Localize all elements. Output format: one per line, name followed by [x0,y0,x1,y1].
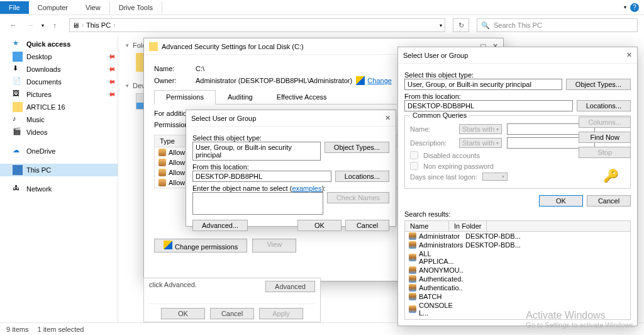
result-row[interactable]: Authenticatio... [405,283,630,292]
object-name-label: Enter the object name to select (example… [192,185,389,192]
object-types-button[interactable]: Object Types... [566,79,631,90]
result-row[interactable]: CONSOLE L... [405,301,630,317]
sidebar-thispc[interactable]: This PC [0,164,118,176]
col-name[interactable]: Name [405,221,449,231]
sidebar-pictures[interactable]: 🖼Pictures📌 [0,88,118,101]
search-input[interactable]: 🔍 Search This PC [477,18,638,32]
titlebar[interactable]: Select User or Group ✕ [186,110,396,127]
status-items: 9 items [6,326,28,333]
tab-auditing[interactable]: Auditing [216,90,265,104]
history-dropdown[interactable]: ▾ [42,23,44,28]
refresh-button[interactable]: ↻ [453,18,469,32]
days-combo: ▾ [482,173,508,181]
stop-button: Stop [579,147,631,158]
help-icon[interactable]: ? [630,3,639,12]
result-name: CONSOLE L... [419,302,463,317]
chevron-right-icon: › [113,22,115,28]
tab-effective-access[interactable]: Effective Access [265,90,339,104]
network-icon: 🖧 [13,184,23,194]
change-link[interactable]: Change [367,77,392,84]
row-type: Allow [169,169,185,176]
advanced-button[interactable]: Advanced [265,281,315,292]
result-name: ANONYMOU... [419,266,463,274]
sidebar-music[interactable]: ♪Music [0,113,118,126]
sidebar: ★Quick access Desktop📌 ⬇Downloads📌 📄Docu… [0,35,118,322]
ribbon-tab-computer[interactable]: Computer [29,1,77,14]
object-type-label: Select this object type: [192,134,389,142]
principal-icon [409,284,416,292]
principal-icon [409,254,416,261]
find-now-button[interactable]: Find Now [579,132,631,143]
search-results-label: Search results: [404,210,631,218]
ribbon-expand-icon[interactable]: ▾ [624,4,626,10]
row-type: Allow [169,179,185,186]
ok-button[interactable]: OK [161,308,205,319]
shield-icon [356,76,365,85]
result-row[interactable]: ALL APPLICA... [405,249,630,266]
chevron-right-icon: › [82,22,84,28]
object-name-input[interactable] [192,192,323,215]
pin-icon: 📌 [107,77,116,87]
object-types-button[interactable]: Object Types... [325,142,389,153]
sidebar-label: Music [26,116,45,123]
sidebar-network[interactable]: 🖧Network [0,183,118,195]
result-row[interactable]: CREATOR G... [405,317,630,320]
locations-button[interactable]: Locations... [577,100,631,111]
cancel-button[interactable]: Cancel [210,308,254,319]
videos-icon: 🎬 [13,127,23,137]
close-icon[interactable]: ✕ [626,51,632,59]
sidebar-documents[interactable]: 📄Documents📌 [0,76,118,88]
sidebar-onedrive[interactable]: ☁OneDrive [0,145,118,157]
results-list[interactable]: AdministratorDESKTOP-BDB...Administrator… [404,232,631,320]
result-row[interactable]: ANONYMOU... [405,266,630,275]
object-type-field[interactable]: User, Group, or Built-in security princi… [192,142,321,161]
up-button[interactable]: ↑ [48,18,62,32]
change-permissions-button[interactable]: Change permissions [154,239,247,253]
titlebar[interactable]: Select User or Group ✕ [398,47,637,64]
result-row[interactable]: Authenticated... [405,275,630,283]
sidebar-downloads[interactable]: ⬇Downloads📌 [0,63,118,76]
ribbon-tab-file[interactable]: File [0,1,29,14]
ok-button[interactable]: OK [539,195,583,207]
ok-button[interactable]: OK [297,220,341,231]
ribbon-tab-drivetools[interactable]: Drive Tools [109,1,162,14]
ribbon: File Computer View Drive Tools ▾ ? [0,0,644,15]
object-type-field[interactable]: User, Group, or Built-in security princi… [404,79,562,90]
forward-button: → [24,18,38,32]
principal-icon [409,305,416,313]
sidebar-label: Desktop [26,53,52,60]
advanced-hint-box: Advanced click Advanced. OK Cancel Apply [143,278,321,322]
sidebar-videos[interactable]: 🎬Videos [0,126,118,139]
sidebar-article16[interactable]: ARTICLE 16 [0,101,118,113]
result-row[interactable]: AdministratorDESKTOP-BDB... [405,232,630,241]
tab-permissions[interactable]: Permissions [154,90,216,105]
shield-icon [164,241,172,249]
sidebar-quickaccess[interactable]: ★Quick access [0,38,118,50]
location-field[interactable]: DESKTOP-BDB8PHL [192,171,331,182]
address-bar[interactable]: 🖥 › This PC › ▾ [69,18,445,32]
days-label: Days since last logon: [410,173,477,181]
sidebar-desktop[interactable]: Desktop📌 [0,50,118,63]
sidebar-label: Videos [26,128,47,136]
ribbon-tab-view[interactable]: View [77,1,109,14]
close-icon[interactable]: ✕ [385,114,391,122]
address-dropdown-icon[interactable]: ▾ [440,23,442,28]
user-icon [158,179,166,186]
nonexpiring-checkbox [410,162,418,170]
examples-link[interactable]: examples [292,185,321,192]
cancel-button[interactable]: Cancel [345,220,389,231]
name-value: C:\ [196,65,204,72]
advanced-button[interactable]: Advanced... [192,220,248,231]
location-field[interactable]: DESKTOP-BDB8PHL [404,100,573,111]
col-folder[interactable]: In Folder [449,221,487,231]
cancel-button[interactable]: Cancel [587,195,631,207]
result-row[interactable]: BATCH [405,292,630,301]
locations-button[interactable]: Locations... [335,171,389,182]
disabled-accounts-checkbox [410,151,418,159]
back-button[interactable]: ← [6,18,20,32]
result-name: Administrator [419,232,463,240]
result-row[interactable]: AdministratorsDESKTOP-BDB... [405,241,630,249]
onedrive-icon: ☁ [13,146,23,156]
desc-label: Description: [410,139,454,147]
breadcrumb-thispc[interactable]: This PC [86,21,111,29]
